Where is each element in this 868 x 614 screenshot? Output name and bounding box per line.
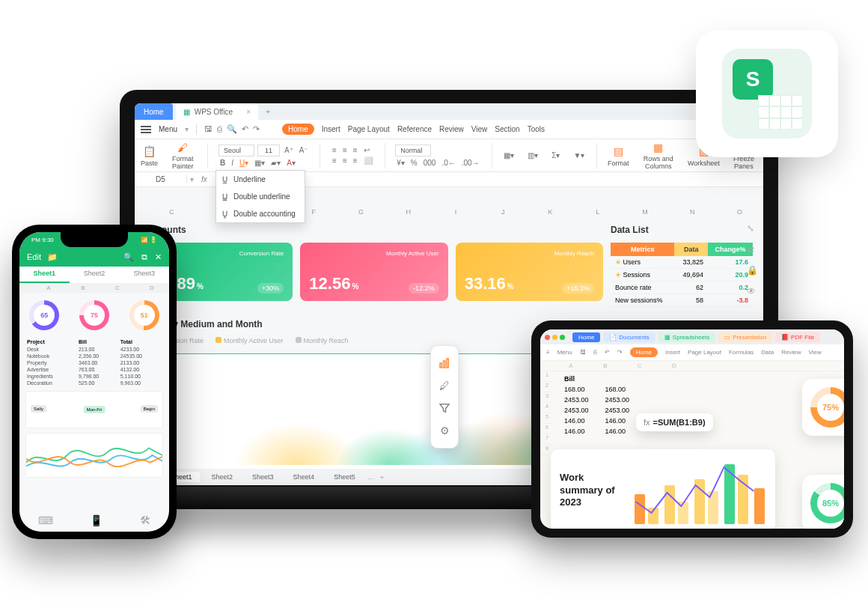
lock-icon[interactable]: 🔒 [747,265,762,276]
font-color-icon[interactable]: A▾ [285,159,297,167]
redo-icon[interactable]: ↷ [253,124,260,134]
chevron-down-icon[interactable]: ▾ [187,175,197,183]
menu-button[interactable]: Menu [159,125,177,133]
align-right-icon[interactable]: ≡ [352,156,359,165]
new-tab-button[interactable]: ＋ [264,106,272,117]
rows-cols-button[interactable]: ▦ Rows and Columns [640,141,677,171]
fill-color-icon[interactable]: ▰▾ [269,159,282,167]
ribbon-tab-reference[interactable]: Reference [397,125,432,133]
swap-icon[interactable]: ⇄ [747,244,762,255]
autosum-icon[interactable]: Σ▾ [550,151,561,159]
increase-font-icon[interactable]: A⁺ [283,146,295,154]
ribbon-tab-home[interactable]: Home [630,347,658,357]
format-painter-button[interactable]: 🖌 Format Painter [168,141,197,171]
chart-filter-icon[interactable] [431,397,458,419]
print-icon[interactable]: ⎙ [593,349,597,356]
folder-icon[interactable]: 📁 [47,252,58,262]
dec-dec-icon[interactable]: .00→ [460,159,481,167]
undo-icon[interactable]: ↶ [605,349,610,356]
eye-icon[interactable]: 👁 [747,286,762,297]
more-sheets-icon[interactable]: … [367,473,374,481]
sheet-tab[interactable]: Sheet2 [204,472,241,482]
chart-settings-icon[interactable]: ⚙ [431,419,458,442]
tablet-ribbon[interactable]: ≡ Menu 🖫 ⎙ ↶ ↷ Home Insert Page Layout F… [540,344,844,361]
sheet-tab[interactable]: Sheet1 [19,267,70,283]
phone-icon[interactable]: 📱 [90,514,103,526]
chart-toolbar[interactable]: ➤ 🖊 ⚙ [430,345,459,449]
mau-card[interactable]: Monthly Active User 12.56% -12.2% [300,243,447,301]
underline-option[interactable]: U̲Underline [216,171,305,188]
sheet-tab[interactable]: Sheet5 [326,472,363,482]
bold-icon[interactable]: B [218,159,227,167]
currency-icon[interactable]: ¥▾ [395,159,406,167]
fx-label[interactable]: fx [197,175,212,183]
merge-icon[interactable]: ⬜ [362,156,374,165]
ribbon-tab-view[interactable]: View [471,125,488,133]
ribbon-tab[interactable]: Formulas [729,349,754,356]
phone-bottom-bar[interactable]: ⌨ 📱 🛠 [19,509,169,532]
tab-home-launcher[interactable]: Home [135,103,173,120]
reach-card[interactable]: Monthly Reach 33.16% +15.2% [456,243,603,301]
dec-inc-icon[interactable]: .0← [440,159,456,167]
ribbon-tab[interactable]: Page Layout [688,349,721,356]
wrap-icon[interactable]: ↩ [362,146,371,154]
tablet-app-tabs[interactable]: Home 📄Documents ▦Spreadsheets ▭Presentat… [540,329,844,344]
tablet-sheet-body[interactable]: 12345678 Bill 168.00168.00 2453.002453.0… [540,371,844,529]
ribbon-tab[interactable]: Insert [665,349,680,356]
save-icon[interactable]: 🖫 [204,124,213,134]
cell-styles-icon[interactable]: ▦▾ [502,151,516,159]
save-icon[interactable]: 🖫 [580,349,586,356]
sheet-tab[interactable]: Sheet3 [119,267,169,283]
cell-reference[interactable]: D5 [135,175,187,183]
border-icon[interactable]: ▦▾ [253,159,266,167]
hamburger-icon[interactable] [141,126,151,133]
edit-label[interactable]: Edit [27,252,41,261]
menu-label[interactable]: Menu [557,349,572,356]
close-icon[interactable]: ✕ [155,252,162,262]
ribbon-tab-insert[interactable]: Insert [322,125,340,133]
align-left-icon[interactable]: ≡ [331,156,338,165]
tab-pdf[interactable]: 📕PDF File [775,332,820,342]
double-underline-option[interactable]: U̳Double underline [216,188,305,205]
align-top-icon[interactable]: ≡ [331,146,338,154]
tab-presentation[interactable]: ▭Presentation [718,332,772,342]
sheet-tab[interactable]: Sheet4 [286,472,323,482]
keyboard-icon[interactable]: ⌨ [38,514,53,526]
align-bottom-icon[interactable]: ≡ [352,146,359,154]
search-icon[interactable]: 🔍 [123,252,134,262]
comma-icon[interactable]: 000 [422,159,438,167]
font-name-select[interactable]: Seoul [218,145,254,156]
preview-icon[interactable]: 🔍 [227,124,237,134]
ribbon-tab[interactable]: View [808,349,821,356]
ribbon-tab-home[interactable]: Home [282,124,314,135]
number-format-select[interactable]: Normal [395,145,431,156]
align-middle-icon[interactable]: ≡ [341,146,349,154]
sheet-tab[interactable]: Sheet3 [245,472,281,482]
tab-document[interactable]: ▦ WPS Office × [176,103,258,120]
align-center-icon[interactable]: ≡ [341,156,349,165]
side-rail[interactable]: ⤡ ⇄ 🔒 👁 [747,223,762,297]
quick-access-toolbar[interactable]: 🖫 ⎙ 🔍 ↶ ↷ [204,124,260,134]
ribbon-tab-review[interactable]: Review [439,125,464,133]
chart-type-icon[interactable] [431,352,458,374]
expand-icon[interactable]: ⤡ [747,223,762,234]
format-button[interactable]: ▤ Format [608,145,629,167]
window-tabbar[interactable]: Home ▦ WPS Office × ＋ [135,103,763,120]
italic-icon[interactable]: I [230,159,235,167]
redo-icon[interactable]: ↷ [617,349,623,356]
tools-icon[interactable]: 🛠 [140,514,150,526]
tab-home[interactable]: Home [572,332,600,342]
add-sheet-icon[interactable]: ＋ [379,472,385,482]
ribbon-tab[interactable]: Review [781,349,801,356]
sort-filter-icon[interactable]: ▼▾ [572,151,586,159]
conditional-fmt-icon[interactable]: ▥▾ [526,151,540,159]
font-size-select[interactable]: 11 [257,145,280,156]
underline-icon[interactable]: U▾ [238,159,250,167]
double-accounting-option[interactable]: U͇Double accounting [216,205,305,222]
phone-sheet-tabs[interactable]: Sheet1 Sheet2 Sheet3 [19,267,169,283]
ribbon-tab[interactable]: Data [761,349,774,356]
phone-toolbar[interactable]: Edit 📁 🔍 ⧉ ✕ [19,247,169,267]
close-tab-icon[interactable]: × [246,108,251,116]
chart-style-icon[interactable]: 🖊 [431,374,458,397]
decrease-font-icon[interactable]: A⁻ [298,146,310,154]
